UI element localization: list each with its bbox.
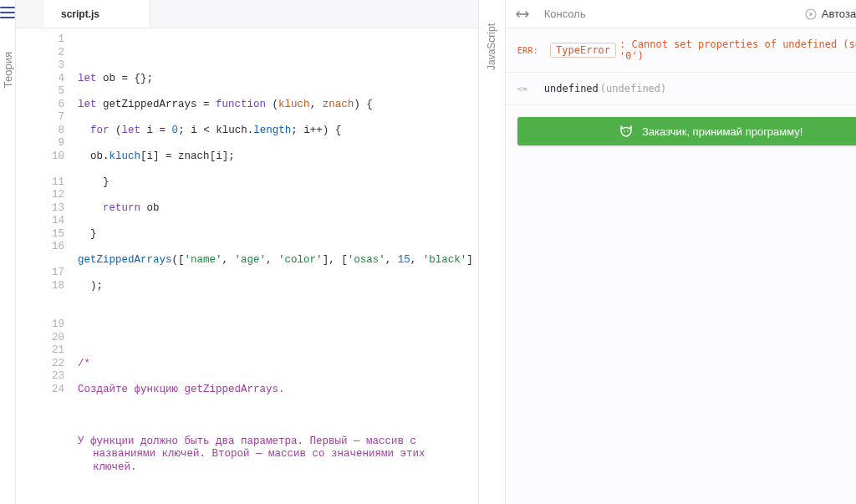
error-message: : Cannot set properties of undefined (se… (619, 38, 856, 62)
return-arrow-icon: <= (517, 84, 527, 94)
svg-point-2 (627, 130, 629, 132)
accept-button[interactable]: Заказчик, принимай программу! (517, 117, 856, 145)
console-label: Консоль (544, 8, 793, 20)
tab-script-js[interactable]: script.js (44, 0, 150, 28)
log-type: (undefined) (600, 83, 666, 94)
console-error-row: ERR: TypeError : Cannot set properties o… (506, 28, 856, 73)
console-body: ERR: TypeError : Cannot set properties o… (506, 28, 856, 504)
right-pane: Консоль Автозапуск ERR: TypeError : Cann… (505, 0, 856, 504)
tab-label: script.js (61, 8, 99, 20)
tab-bar: script.js (16, 0, 478, 28)
code-editor[interactable]: 12345678910 111213141516 1718 1920212223… (16, 28, 478, 504)
autorun-label: Автозапуск (822, 8, 856, 20)
language-label-strip: JavaScript (478, 0, 505, 504)
gutter: 12345678910 111213141516 1718 1920212223… (16, 28, 73, 504)
resize-horizontal-icon[interactable] (516, 9, 529, 19)
log-value: undefined (544, 83, 599, 94)
error-type: TypeError (550, 43, 616, 58)
main: script.js 12345678910 111213141516 1718 … (16, 0, 856, 504)
menu-icon[interactable] (0, 7, 15, 18)
console-log-row: <= undefined (undefined) (506, 73, 856, 105)
code-content[interactable]: let ob = {}; let getZippedArrays = funct… (73, 28, 478, 504)
sidebar: Теория (0, 0, 16, 504)
error-badge: ERR: (517, 46, 538, 55)
theory-label[interactable]: Теория (2, 52, 14, 88)
autorun-toggle[interactable]: Автозапуск (805, 8, 856, 20)
editor-pane: script.js 12345678910 111213141516 1718 … (16, 0, 478, 504)
toolbar: Консоль Автозапуск (506, 0, 856, 28)
accept-label: Заказчик, принимай программу! (642, 125, 802, 138)
language-label: JavaScript (486, 23, 497, 70)
svg-point-1 (624, 130, 625, 132)
cat-icon (619, 125, 634, 138)
